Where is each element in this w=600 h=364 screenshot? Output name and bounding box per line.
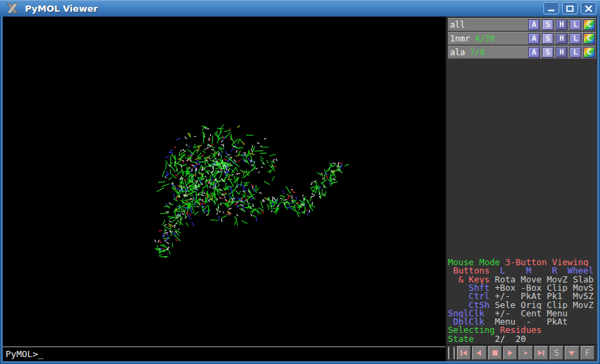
maximize-icon (566, 6, 574, 12)
color-menu-button[interactable]: C (583, 19, 595, 30)
show-menu-button[interactable]: S (542, 33, 554, 44)
mouse-mode-panel: Mouse Mode 3-Button Viewing Buttons L M … (447, 258, 597, 343)
label-menu-button[interactable]: L (570, 47, 581, 58)
mouse-panel-line: CtSh Sele Orig Clip MovZ (448, 301, 597, 309)
movie-rewind-button[interactable] (457, 346, 471, 360)
step-forward-icon (521, 349, 529, 356)
panel-spacer (447, 59, 597, 258)
movie-play-button[interactable] (503, 346, 517, 360)
minimize-icon (547, 6, 555, 12)
hide-menu-button[interactable]: H (556, 33, 568, 44)
molecule-structure (3, 17, 445, 346)
mouse-panel-line[interactable]: Mouse Mode 3-Button Viewing (448, 258, 597, 267)
label-menu-button[interactable]: L (570, 19, 581, 30)
play-icon (506, 349, 514, 356)
command-input[interactable]: PyMOL>_ (3, 347, 445, 361)
close-button[interactable] (581, 2, 597, 15)
step-back-icon (475, 349, 483, 356)
object-name[interactable]: all (450, 20, 465, 30)
object-row-all[interactable]: allASHLC (448, 18, 596, 31)
movie-s-button[interactable]: S (550, 346, 563, 360)
movie-controls: SF (447, 344, 597, 361)
maximize-button[interactable] (562, 2, 578, 15)
object-state-count: 7/8 (470, 48, 485, 57)
action-menu-button[interactable]: A (528, 19, 540, 30)
show-menu-button[interactable]: S (542, 47, 554, 58)
menu-icon (568, 349, 576, 356)
action-menu-button[interactable]: A (528, 33, 540, 44)
show-menu-button[interactable]: S (542, 19, 554, 30)
x11-logo-icon[interactable] (6, 3, 19, 14)
object-name[interactable]: ala (450, 48, 465, 57)
mouse-panel-line: & Keys Rota Move MovZ Slab (448, 276, 597, 284)
label-menu-button[interactable]: L (570, 33, 581, 44)
movie-step-forward-button[interactable] (518, 346, 532, 360)
movie-stop-button[interactable] (488, 346, 502, 360)
close-icon (585, 6, 592, 12)
rewind-icon (460, 349, 468, 356)
window-title: PyMOL Viewer (25, 3, 97, 14)
movie-menu-button[interactable] (565, 346, 579, 360)
pymol-viewer-window: PyMOL Viewer PyMOL>_ (0, 0, 600, 364)
object-name[interactable]: 1nmr (450, 34, 470, 44)
hide-menu-button[interactable]: H (556, 47, 568, 58)
action-menu-button[interactable]: A (528, 47, 540, 58)
minimize-button[interactable] (543, 2, 559, 15)
mouse-panel-line: Shft +Box -Box Clip MovS (448, 284, 597, 292)
object-row-ala[interactable]: ala7/8ASHLC (448, 46, 596, 59)
mouse-panel-line: SnglClk +/- Cent Menu (448, 309, 597, 318)
control-panel: allASHLC1nmr4/20ASHLCala7/8ASHLC Mouse M… (445, 17, 597, 361)
mouse-panel-line: Buttons L M R Wheel (448, 267, 597, 275)
movie-button-label: S (554, 349, 559, 357)
movie-button-label: F (585, 349, 590, 357)
object-row-1nmr[interactable]: 1nmr4/20ASHLC (448, 32, 596, 45)
object-list: allASHLC1nmr4/20ASHLCala7/8ASHLC (447, 17, 597, 59)
mouse-panel-line: DblClk Menu - PkAt (448, 318, 597, 326)
movie-end-button[interactable] (534, 346, 548, 360)
color-menu-button[interactable]: C (583, 33, 595, 44)
movie-step-back-button[interactable] (472, 346, 486, 360)
mouse-panel-line[interactable]: State 2/ 20 (448, 335, 597, 343)
object-state-count: 4/20 (475, 34, 495, 44)
controls-grip[interactable] (448, 347, 455, 359)
color-menu-button[interactable]: C (583, 47, 595, 58)
movie-f-button[interactable]: F (581, 346, 594, 360)
mouse-panel-line[interactable]: Selecting Residues (448, 326, 597, 334)
titlebar[interactable]: PyMOL Viewer (0, 0, 600, 17)
hide-menu-button[interactable]: H (556, 19, 568, 30)
3d-viewport[interactable] (3, 17, 445, 346)
stop-icon (491, 349, 499, 356)
end-icon (537, 349, 545, 356)
mouse-panel-line: Ctrl +/- PkAt Pk1 MvSZ (448, 292, 597, 300)
